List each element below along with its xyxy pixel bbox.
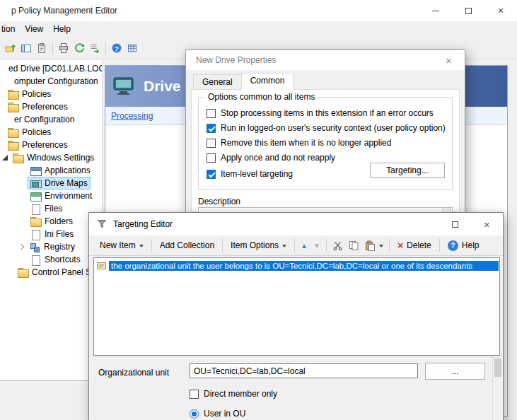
tree-item-files[interactable]: Files bbox=[0, 202, 102, 215]
menu-view[interactable]: View bbox=[20, 22, 48, 36]
new-item-button[interactable]: New Item bbox=[95, 238, 149, 253]
checkbox-apply-once[interactable] bbox=[207, 153, 216, 163]
tree-item-preferences[interactable]: Preferences bbox=[0, 139, 102, 151]
tree-item-registry[interactable]: Registry bbox=[0, 240, 102, 253]
up-level-icon[interactable] bbox=[3, 40, 18, 56]
export-list-icon[interactable] bbox=[87, 40, 103, 56]
targeting-button[interactable]: Targeting... bbox=[370, 163, 445, 178]
funnel-icon bbox=[96, 218, 108, 230]
folder-icon bbox=[8, 128, 18, 137]
organizational-unit-input[interactable] bbox=[190, 363, 418, 378]
tree-item-ini-files[interactable]: Ini Files bbox=[0, 228, 102, 240]
folder-icon bbox=[8, 90, 18, 99]
tree-item-computer-configuration[interactable]: omputer Configuration bbox=[0, 75, 102, 88]
svg-text:?: ? bbox=[115, 44, 119, 52]
radio-user-in-ou[interactable] bbox=[190, 409, 199, 419]
applications-icon bbox=[30, 166, 41, 175]
console-tree-icon[interactable] bbox=[18, 40, 34, 56]
table-icon[interactable] bbox=[124, 40, 140, 56]
scrollbar-thumb[interactable] bbox=[494, 358, 501, 377]
copy-button[interactable] bbox=[346, 238, 362, 254]
option-row: Run in logged-on user's security context… bbox=[207, 123, 446, 133]
menubar: tion View Help bbox=[0, 21, 517, 37]
checkbox-remove-item[interactable] bbox=[207, 139, 216, 148]
tree-item-label: er Configuration bbox=[14, 115, 74, 124]
tree-item-applications[interactable]: Applications bbox=[0, 164, 102, 177]
browse-button[interactable]: ... bbox=[425, 363, 485, 380]
targeting-items-list: the organizational unit the user belongs… bbox=[93, 257, 500, 356]
maximize-button[interactable] bbox=[439, 213, 471, 235]
console-tree: ed Drive [DC01.LAB.LOCA omputer Configur… bbox=[0, 60, 103, 380]
tree-item-windows-settings[interactable]: Windows Settings bbox=[0, 151, 102, 164]
tree-item-policies[interactable]: Policies bbox=[0, 88, 102, 100]
checkbox-item-level-targeting[interactable] bbox=[207, 170, 216, 179]
checkbox-run-user-context[interactable] bbox=[207, 124, 216, 133]
tree-item-label: Preferences bbox=[22, 140, 68, 150]
dialog-titlebar: New Drive Properties × bbox=[186, 50, 465, 70]
cut-button[interactable] bbox=[330, 238, 346, 254]
expander-open-icon[interactable] bbox=[1, 154, 8, 161]
checkbox-direct-member-only[interactable] bbox=[190, 390, 199, 399]
file-icon bbox=[30, 230, 41, 239]
item-options-button[interactable]: Item Options bbox=[226, 238, 291, 253]
paste-button[interactable] bbox=[362, 238, 386, 254]
clipboard-icon[interactable] bbox=[34, 40, 50, 56]
option-row: Item-level targeting bbox=[207, 169, 293, 179]
option-row: Remove this item when it is no longer ap… bbox=[207, 138, 391, 148]
maximize-button[interactable] bbox=[452, 0, 484, 21]
checkbox-label: Direct member only bbox=[204, 389, 277, 399]
close-button[interactable]: × bbox=[484, 0, 517, 21]
tab-general[interactable]: General bbox=[193, 74, 242, 90]
help-button[interactable]: ?Help bbox=[443, 238, 484, 254]
tab-strip: General Common bbox=[193, 74, 294, 90]
tree-item-gpo-root[interactable]: ed Drive [DC01.LAB.LOCA bbox=[0, 62, 102, 75]
targeting-item-row[interactable]: the organizational unit the user belongs… bbox=[95, 259, 499, 272]
organizational-unit-label: Organizational unit bbox=[98, 368, 169, 378]
tree-item-folders[interactable]: Folders bbox=[0, 215, 102, 228]
menu-action[interactable]: tion bbox=[0, 22, 20, 36]
dialog-title: Targeting Editor bbox=[113, 219, 173, 229]
targeting-item-text: the organizational unit the user belongs… bbox=[109, 261, 499, 271]
close-button[interactable]: × bbox=[471, 213, 503, 235]
printer-icon[interactable] bbox=[56, 40, 71, 56]
new-drive-properties-dialog: New Drive Properties × General Common Op… bbox=[185, 49, 465, 218]
minimize-button[interactable] bbox=[419, 0, 452, 21]
close-button[interactable]: × bbox=[433, 50, 465, 70]
refresh-icon[interactable] bbox=[71, 40, 87, 56]
tree-item-user-configuration[interactable]: er Configuration bbox=[0, 113, 102, 126]
shortcut-icon bbox=[30, 255, 41, 264]
processing-link[interactable]: Processing bbox=[111, 111, 153, 121]
targeting-editor-dialog: Targeting Editor × New Item Add Collecti… bbox=[88, 212, 504, 420]
tree-item-policies[interactable]: Policies bbox=[0, 126, 102, 139]
add-collection-button[interactable]: Add Collection bbox=[155, 238, 219, 253]
checkbox-label: Apply once and do not reapply bbox=[221, 153, 335, 163]
tree-item-preferences[interactable]: Preferences bbox=[0, 100, 102, 113]
direct-member-row: Direct member only bbox=[190, 389, 277, 399]
menu-help[interactable]: Help bbox=[48, 22, 76, 36]
tree-item-control-panel-settings[interactable]: Control Panel Sett bbox=[0, 266, 102, 279]
checkbox-label: Stop processing items in this extension … bbox=[221, 108, 434, 118]
move-up-button[interactable]: ▲ bbox=[298, 239, 310, 252]
scrollbar[interactable] bbox=[492, 356, 503, 420]
maximize-icon bbox=[465, 8, 472, 14]
expander-closed-icon[interactable] bbox=[18, 243, 25, 250]
tree-item-label: Registry bbox=[44, 242, 75, 252]
tree-item-label: Environment bbox=[45, 191, 92, 201]
options-group-box: Options common to all items Stop process… bbox=[198, 97, 453, 190]
option-row: Apply once and do not reapply bbox=[207, 153, 335, 163]
tree-item-environment[interactable]: Environment bbox=[0, 189, 102, 202]
registry-icon bbox=[30, 243, 40, 252]
chevron-down-icon bbox=[282, 245, 286, 247]
help-icon[interactable]: ? bbox=[109, 40, 124, 56]
chevron-down-icon bbox=[379, 245, 383, 247]
move-down-button[interactable]: ▼ bbox=[310, 239, 323, 252]
tree-item-shortcuts[interactable]: Shortcuts bbox=[0, 253, 102, 266]
minimize-icon bbox=[432, 11, 439, 11]
tab-common[interactable]: Common bbox=[241, 73, 294, 90]
description-label: Description bbox=[198, 197, 240, 206]
main-window-titlebar: p Policy Management Editor × bbox=[0, 0, 517, 21]
delete-button[interactable]: ×Delete bbox=[393, 237, 436, 254]
tree-item-drive-maps[interactable]: Drive Maps bbox=[0, 177, 102, 189]
folder-icon bbox=[8, 103, 18, 112]
checkbox-stop-processing[interactable] bbox=[207, 109, 216, 118]
